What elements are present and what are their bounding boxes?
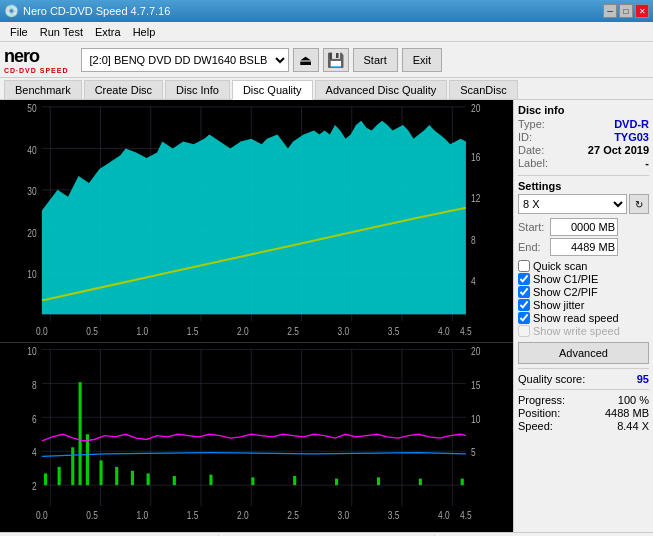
show-read-speed-checkbox[interactable] xyxy=(518,312,530,324)
toolbar: nero CD·DVD SPEED [2:0] BENQ DVD DD DW16… xyxy=(0,42,653,78)
svg-text:50: 50 xyxy=(27,102,37,114)
progress-label: Progress: xyxy=(518,394,565,406)
tab-disc-info[interactable]: Disc Info xyxy=(165,80,230,99)
settings-section: Settings 8 X ↻ Start: End: xyxy=(518,180,649,256)
speed-row: 8 X ↻ xyxy=(518,194,649,214)
label-key: Label: xyxy=(518,157,548,169)
svg-text:0.5: 0.5 xyxy=(86,325,98,337)
svg-text:0.0: 0.0 xyxy=(36,509,48,521)
svg-text:1.5: 1.5 xyxy=(187,325,199,337)
svg-rect-52 xyxy=(44,473,47,485)
title-bar-left: 💿 Nero CD-DVD Speed 4.7.7.16 xyxy=(4,4,170,18)
disc-type-row: Type: DVD-R xyxy=(518,118,649,130)
svg-text:3.0: 3.0 xyxy=(338,509,350,521)
menu-extra[interactable]: Extra xyxy=(89,24,127,40)
start-input[interactable] xyxy=(550,218,618,236)
svg-rect-66 xyxy=(377,477,380,485)
start-button[interactable]: Start xyxy=(353,48,398,72)
logo-nero: nero xyxy=(4,46,39,67)
show-c1pie-checkbox[interactable] xyxy=(518,273,530,285)
title-bar-text: Nero CD-DVD Speed 4.7.7.16 xyxy=(23,5,170,17)
tab-create-disc[interactable]: Create Disc xyxy=(84,80,163,99)
svg-text:3.0: 3.0 xyxy=(338,325,350,337)
main-content: 50 40 30 20 10 20 16 12 8 4 0.0 0.5 1.0 … xyxy=(0,100,653,532)
svg-rect-54 xyxy=(71,447,74,485)
advanced-button[interactable]: Advanced xyxy=(518,342,649,364)
show-jitter-checkbox[interactable] xyxy=(518,299,530,311)
quick-scan-checkbox[interactable] xyxy=(518,260,530,272)
svg-text:8: 8 xyxy=(32,379,37,391)
svg-text:0.5: 0.5 xyxy=(86,509,98,521)
tab-bar: Benchmark Create Disc Disc Info Disc Qua… xyxy=(0,78,653,100)
speed-select[interactable]: 8 X xyxy=(518,194,627,214)
svg-text:16: 16 xyxy=(471,151,481,163)
tab-benchmark[interactable]: Benchmark xyxy=(4,80,82,99)
disc-label-row: Label: - xyxy=(518,157,649,169)
bottom-stats: PI Errors Average: 14.26 Maximum: 50 Tot… xyxy=(0,532,653,536)
show-read-speed-row: Show read speed xyxy=(518,312,649,324)
svg-text:4.0: 4.0 xyxy=(438,509,450,521)
svg-text:2.5: 2.5 xyxy=(287,509,299,521)
tab-scan-disc[interactable]: ScanDisc xyxy=(449,80,517,99)
save-button[interactable]: 💾 xyxy=(323,48,349,72)
tab-disc-quality[interactable]: Disc Quality xyxy=(232,80,313,100)
tab-advanced-disc-quality[interactable]: Advanced Disc Quality xyxy=(315,80,448,99)
id-key: ID: xyxy=(518,131,532,143)
end-input[interactable] xyxy=(550,238,618,256)
svg-text:20: 20 xyxy=(471,345,480,357)
svg-rect-67 xyxy=(419,479,422,486)
progress-row: Progress: 100 % xyxy=(518,394,649,406)
title-bar-controls[interactable]: ─ □ ✕ xyxy=(603,4,649,18)
eject-button[interactable]: ⏏ xyxy=(293,48,319,72)
type-key: Type: xyxy=(518,118,545,130)
svg-text:8: 8 xyxy=(471,234,476,246)
disc-id-row: ID: TYG03 xyxy=(518,131,649,143)
show-c2pif-checkbox[interactable] xyxy=(518,286,530,298)
svg-rect-55 xyxy=(79,382,82,485)
show-c1pie-label: Show C1/PIE xyxy=(533,273,598,285)
svg-rect-58 xyxy=(115,467,118,485)
menu-run-test[interactable]: Run Test xyxy=(34,24,89,40)
menu-bar: File Run Test Extra Help xyxy=(0,22,653,42)
svg-rect-57 xyxy=(99,460,102,485)
minimize-button[interactable]: ─ xyxy=(603,4,617,18)
svg-rect-64 xyxy=(293,476,296,485)
chart-area: 50 40 30 20 10 20 16 12 8 4 0.0 0.5 1.0 … xyxy=(0,100,513,532)
show-write-speed-row: Show write speed xyxy=(518,325,649,337)
menu-help[interactable]: Help xyxy=(127,24,162,40)
show-write-speed-label: Show write speed xyxy=(533,325,620,337)
svg-text:40: 40 xyxy=(27,144,37,156)
app-logo: nero CD·DVD SPEED xyxy=(4,46,69,74)
menu-file[interactable]: File xyxy=(4,24,34,40)
top-chart: 50 40 30 20 10 20 16 12 8 4 0.0 0.5 1.0 … xyxy=(0,100,513,342)
svg-text:4: 4 xyxy=(471,275,476,287)
svg-text:1.0: 1.0 xyxy=(137,509,149,521)
position-row: Position: 4488 MB xyxy=(518,407,649,419)
svg-text:1.0: 1.0 xyxy=(137,325,149,337)
svg-text:20: 20 xyxy=(27,227,37,239)
progress-value: 100 % xyxy=(618,394,649,406)
maximize-button[interactable]: □ xyxy=(619,4,633,18)
start-label: Start: xyxy=(518,221,550,233)
disc-date-row: Date: 27 Oct 2019 xyxy=(518,144,649,156)
show-read-speed-label: Show read speed xyxy=(533,312,619,324)
refresh-button[interactable]: ↻ xyxy=(629,194,649,214)
show-c1pie-row: Show C1/PIE xyxy=(518,273,649,285)
svg-text:15: 15 xyxy=(471,379,480,391)
quick-scan-label: Quick scan xyxy=(533,260,587,272)
exit-button[interactable]: Exit xyxy=(402,48,442,72)
date-key: Date: xyxy=(518,144,544,156)
svg-rect-62 xyxy=(209,475,212,485)
svg-rect-61 xyxy=(173,476,176,485)
svg-text:10: 10 xyxy=(27,345,36,357)
svg-rect-63 xyxy=(251,477,254,485)
svg-rect-65 xyxy=(335,479,338,486)
title-bar: 💿 Nero CD-DVD Speed 4.7.7.16 ─ □ ✕ xyxy=(0,0,653,22)
svg-rect-60 xyxy=(147,473,150,485)
show-c2pif-label: Show C2/PIF xyxy=(533,286,598,298)
bottom-chart: 10 8 6 4 2 20 15 10 5 0.0 0.5 1.0 1.5 2.… xyxy=(0,342,513,532)
close-button[interactable]: ✕ xyxy=(635,4,649,18)
svg-text:4.0: 4.0 xyxy=(438,325,450,337)
drive-select[interactable]: [2:0] BENQ DVD DD DW1640 BSLB xyxy=(81,48,289,72)
divider-2 xyxy=(518,368,649,369)
